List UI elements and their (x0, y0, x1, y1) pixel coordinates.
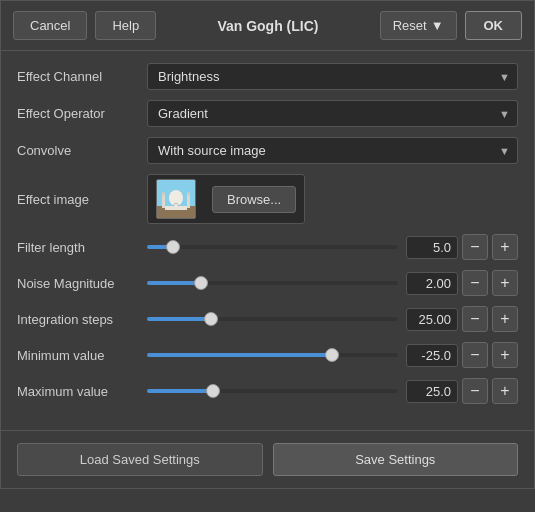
convolve-label: Convolve (17, 143, 147, 158)
minimum-value-minus-button[interactable]: − (462, 342, 488, 368)
effect-operator-select[interactable]: Gradient Derivative Laplacian (147, 100, 518, 127)
minimum-value-slider[interactable] (147, 353, 398, 357)
integration-steps-minus-button[interactable]: − (462, 306, 488, 332)
filter-length-label: Filter length (17, 240, 147, 255)
noise-magnitude-label: Noise Magnitude (17, 276, 147, 291)
noise-magnitude-minus-button[interactable]: − (462, 270, 488, 296)
effect-image-row: Effect image (17, 174, 518, 224)
integration-steps-value[interactable] (406, 308, 458, 331)
effect-image-label: Effect image (17, 192, 147, 207)
svg-point-6 (187, 192, 190, 196)
noise-magnitude-plus-button[interactable]: + (492, 270, 518, 296)
svg-point-4 (162, 192, 165, 196)
noise-magnitude-slider-container (147, 273, 398, 293)
integration-steps-row: Integration steps − + (17, 306, 518, 332)
reset-button[interactable]: Reset ▼ (380, 11, 457, 40)
maximum-value-slider[interactable] (147, 389, 398, 393)
filter-length-row: Filter length − + (17, 234, 518, 260)
maximum-value-value[interactable] (406, 380, 458, 403)
browse-button[interactable]: Browse... (212, 186, 296, 213)
effect-operator-row: Effect Operator Gradient Derivative Lapl… (17, 100, 518, 127)
effect-channel-select[interactable]: Brightness Hue Saturation Lightness (147, 63, 518, 90)
help-button[interactable]: Help (95, 11, 156, 40)
maximum-value-minus-button[interactable]: − (462, 378, 488, 404)
svg-rect-5 (187, 194, 190, 208)
effect-channel-label: Effect Channel (17, 69, 147, 84)
filter-length-plus-button[interactable]: + (492, 234, 518, 260)
content-area: Effect Channel Brightness Hue Saturation… (1, 51, 534, 426)
effect-channel-select-wrapper: Brightness Hue Saturation Lightness ▼ (147, 63, 518, 90)
effect-operator-label: Effect Operator (17, 106, 147, 121)
filter-length-value[interactable] (406, 236, 458, 259)
minimum-value-row: Minimum value − + (17, 342, 518, 368)
filter-length-slider-container (147, 237, 398, 257)
convolve-select-wrapper: With source image With white noise With … (147, 137, 518, 164)
image-browse-wrapper: Browse... (147, 174, 305, 224)
dialog-title: Van Gogh (LIC) (164, 18, 371, 34)
effect-channel-row: Effect Channel Brightness Hue Saturation… (17, 63, 518, 90)
maximum-value-plus-button[interactable]: + (492, 378, 518, 404)
chevron-down-icon: ▼ (431, 18, 444, 33)
svg-rect-3 (162, 194, 165, 208)
effect-image-thumbnail (156, 179, 196, 219)
ok-button[interactable]: OK (465, 11, 523, 40)
save-settings-button[interactable]: Save Settings (273, 443, 519, 476)
maximum-value-label: Maximum value (17, 384, 147, 399)
minimum-value-label: Minimum value (17, 348, 147, 363)
load-settings-button[interactable]: Load Saved Settings (17, 443, 263, 476)
integration-steps-label: Integration steps (17, 312, 147, 327)
svg-point-2 (169, 190, 183, 206)
integration-steps-slider[interactable] (147, 317, 398, 321)
minimum-value-value[interactable] (406, 344, 458, 367)
noise-magnitude-row: Noise Magnitude − + (17, 270, 518, 296)
noise-magnitude-value[interactable] (406, 272, 458, 295)
main-dialog: Cancel Help Van Gogh (LIC) Reset ▼ OK Ef… (0, 0, 535, 489)
convolve-row: Convolve With source image With white no… (17, 137, 518, 164)
filter-length-minus-button[interactable]: − (462, 234, 488, 260)
integration-steps-slider-container (147, 309, 398, 329)
footer: Load Saved Settings Save Settings (1, 430, 534, 488)
minimum-value-plus-button[interactable]: + (492, 342, 518, 368)
effect-operator-select-wrapper: Gradient Derivative Laplacian ▼ (147, 100, 518, 127)
maximum-value-row: Maximum value − + (17, 378, 518, 404)
svg-rect-7 (165, 206, 187, 210)
noise-magnitude-slider[interactable] (147, 281, 398, 285)
maximum-value-slider-container (147, 381, 398, 401)
filter-length-slider[interactable] (147, 245, 398, 249)
minimum-value-slider-container (147, 345, 398, 365)
thumbnail-svg (157, 180, 195, 218)
toolbar: Cancel Help Van Gogh (LIC) Reset ▼ OK (1, 1, 534, 51)
integration-steps-plus-button[interactable]: + (492, 306, 518, 332)
convolve-select[interactable]: With source image With white noise With … (147, 137, 518, 164)
cancel-button[interactable]: Cancel (13, 11, 87, 40)
reset-label: Reset (393, 18, 427, 33)
